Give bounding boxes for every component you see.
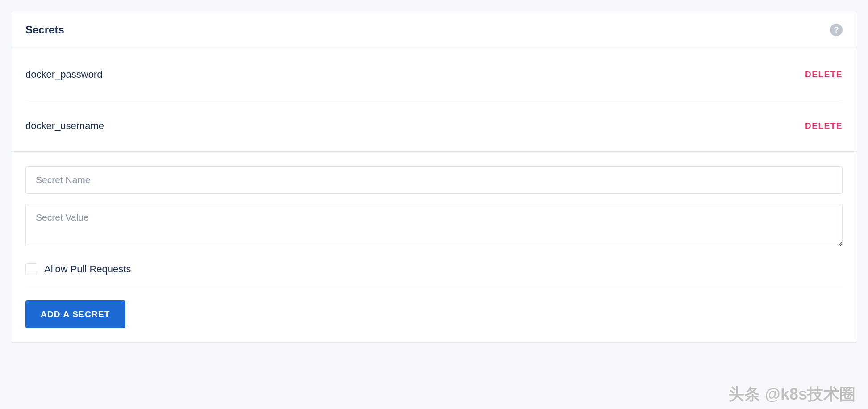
add-secret-button[interactable]: ADD A SECRET — [25, 300, 125, 328]
help-icon[interactable]: ? — [830, 24, 843, 36]
add-secret-form: Allow Pull Requests ADD A SECRET — [11, 151, 857, 342]
allow-pr-row: Allow Pull Requests — [25, 258, 843, 288]
secrets-card: Secrets ? docker_password DELETE docker_… — [11, 11, 857, 343]
secrets-list: docker_password DELETE docker_username D… — [11, 49, 857, 151]
allow-pr-checkbox[interactable] — [25, 263, 37, 275]
secret-row: docker_password DELETE — [25, 49, 843, 100]
secret-name: docker_password — [25, 69, 102, 80]
delete-button[interactable]: DELETE — [805, 70, 843, 79]
secret-value-input[interactable] — [25, 204, 843, 246]
secret-name: docker_username — [25, 120, 104, 132]
allow-pr-label: Allow Pull Requests — [44, 263, 131, 275]
secret-row: docker_username DELETE — [25, 100, 843, 151]
card-header: Secrets ? — [11, 11, 857, 49]
secret-name-input[interactable] — [25, 166, 843, 194]
page-title: Secrets — [25, 24, 64, 36]
delete-button[interactable]: DELETE — [805, 121, 843, 131]
